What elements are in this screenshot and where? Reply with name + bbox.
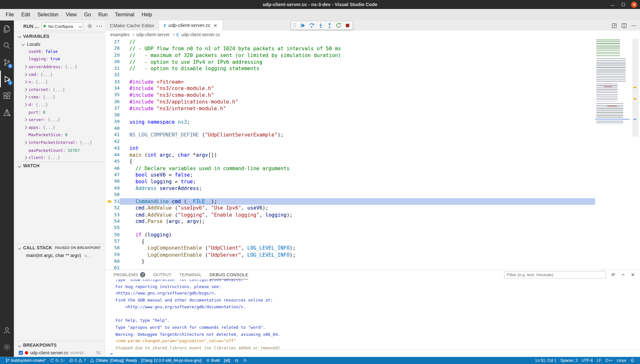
toolbar-drag-handle[interactable] xyxy=(293,23,296,28)
sidebar-item-cmake[interactable] xyxy=(0,104,14,121)
code-line-33[interactable]: 33#include <fstream> xyxy=(105,79,595,85)
variable-row[interactable]: logging:true xyxy=(14,55,105,63)
code-line-57[interactable]: 57 { xyxy=(105,238,595,245)
code-line-55[interactable]: 55 xyxy=(105,225,595,232)
code-line-50[interactable]: 50 xyxy=(105,192,595,198)
sidebar-item-source-control[interactable]: 6 xyxy=(0,54,14,70)
breakpoints-section-header[interactable]: BREAKPOINTS xyxy=(14,341,105,349)
tab-cmake-cache-editor[interactable]: CMake Cache Editor xyxy=(105,21,159,31)
stop-button[interactable] xyxy=(344,22,350,28)
cmake-debug-button[interactable] xyxy=(232,358,241,363)
variable-row[interactable]: useV6:false xyxy=(14,48,105,55)
code-line-28[interactable]: 28// - UDP flow from n0 to n1 of 1024 by… xyxy=(105,46,595,52)
menu-file[interactable]: File xyxy=(2,9,18,21)
debug-console-input[interactable]: > xyxy=(105,350,640,357)
code-line-49[interactable]: 49 Address serverAddress; xyxy=(105,185,595,192)
variable-row[interactable]: d:{...} xyxy=(14,101,105,109)
variable-row[interactable]: client:{...} xyxy=(14,154,105,161)
code-line-39[interactable]: 39using namespace ns3; xyxy=(105,119,595,125)
notifications-button[interactable] xyxy=(628,358,637,363)
code-line-59[interactable]: 59 LogComponentEnable ("UdpServer", LOG_… xyxy=(105,252,595,258)
variable-row[interactable]: maxPacketCount:32767 xyxy=(14,146,105,154)
language-mode-status[interactable]: C++ xyxy=(603,358,615,363)
code-line-32[interactable]: 32 xyxy=(105,72,595,79)
gear-icon[interactable] xyxy=(87,23,93,29)
variable-row[interactable]: MaxPacketSize:0 xyxy=(14,131,105,139)
variables-section-header[interactable]: VARIABLES xyxy=(14,32,105,40)
cmake-kit[interactable]: [Clang 12.0.0 x86_64-pc-linux-gnu] xyxy=(139,358,204,363)
views-more-actions-icon[interactable]: ··· xyxy=(97,24,103,28)
continue-button[interactable] xyxy=(299,22,306,28)
tab-output[interactable]: OUTPUT xyxy=(153,270,172,279)
accounts-button[interactable] xyxy=(0,322,14,338)
step-out-button[interactable] xyxy=(326,22,333,28)
code-line-58[interactable]: 58 LogComponentEnable ("UdpClient", LOG_… xyxy=(105,245,595,252)
console-filter-input[interactable] xyxy=(504,271,606,278)
variable-row[interactable]: n:{...} xyxy=(14,78,105,86)
sidebar-item-search[interactable] xyxy=(0,37,14,54)
breadcrumb-file[interactable]: udp-client-server.cc xyxy=(181,32,220,37)
tab-problems[interactable]: PROBLEMS 7 xyxy=(114,270,146,279)
indentation-status[interactable]: Spaces: 2 xyxy=(558,358,580,363)
call-stack-frame[interactable]: main(int argc, char ** argv) u... xyxy=(14,252,105,259)
code-line-47[interactable]: 47 bool useV6 = false; xyxy=(105,172,595,178)
code-line-60[interactable]: 60 } xyxy=(105,258,595,265)
locals-scope-row[interactable]: Locals xyxy=(14,40,105,48)
code-line-31[interactable]: 31// - option to disable logging stateme… xyxy=(105,65,595,72)
breadcrumb-folder[interactable]: examples xyxy=(110,32,130,37)
code-line-46[interactable]: 46 // Declare variables used in command-… xyxy=(105,165,595,172)
code-line-48[interactable]: 48 bool logging = true; xyxy=(105,178,595,185)
more-actions-icon[interactable] xyxy=(631,23,637,29)
step-over-button[interactable] xyxy=(308,22,315,28)
call-stack-section-header[interactable]: CALL STACK PAUSED ON BREAKPOINT xyxy=(14,244,105,252)
variable-row[interactable]: port:0 xyxy=(14,108,105,116)
console-options-icon[interactable] xyxy=(611,272,616,277)
close-button[interactable] xyxy=(631,1,637,7)
open-changes-icon[interactable] xyxy=(611,23,617,29)
split-editor-icon[interactable] xyxy=(621,23,627,29)
close-panel-icon[interactable] xyxy=(630,272,636,277)
minimap[interactable] xyxy=(595,39,631,269)
watch-section-header[interactable]: WATCH xyxy=(14,161,105,170)
variable-row[interactable]: serverAddress:{...} xyxy=(14,63,105,70)
cmake-launch-button[interactable] xyxy=(240,358,249,363)
menu-run[interactable]: Run xyxy=(95,9,111,21)
menu-help[interactable]: Help xyxy=(138,9,156,21)
manage-button[interactable] xyxy=(0,339,14,355)
code-line-42[interactable]: 42 xyxy=(105,138,595,145)
menu-terminal[interactable]: Terminal xyxy=(111,9,138,21)
cmake-target[interactable]: [all] xyxy=(222,358,232,363)
code-line-52[interactable]: 52 cmd.AddValue ("useIpv6", "Use Ipv6", … xyxy=(105,205,595,212)
tab-udp-client-server[interactable]: C udp-client-server.cc xyxy=(159,21,223,31)
code-line-51[interactable]: 51 CommandLine cmd (__FILE__); xyxy=(105,198,595,205)
git-branch-status[interactable]: buildsystem-cmake* xyxy=(3,358,48,363)
code-line-37[interactable]: 37#include "ns3/internet-module.h" xyxy=(105,105,595,112)
cursor-position-status[interactable]: Ln 51, Col 1 xyxy=(534,358,559,363)
variable-row[interactable]: apps:{...} xyxy=(14,124,105,131)
code-line-61[interactable]: 61 xyxy=(105,265,595,269)
sidebar-item-run-and-debug[interactable]: 1 xyxy=(0,70,14,87)
code-line-34[interactable]: 34#include "ns3/core-module.h" xyxy=(105,85,595,92)
restart-button[interactable] xyxy=(335,22,341,28)
encoding-status[interactable]: UTF-8 xyxy=(580,358,595,363)
cpp-configuration-status[interactable]: Linux xyxy=(615,358,628,363)
tab-debug-console[interactable]: DEBUG CONSOLE xyxy=(210,270,248,279)
problems-status[interactable]: 0 7 xyxy=(67,358,88,363)
variable-row[interactable]: interPacketInterval:{...} xyxy=(14,139,105,146)
variable-row[interactable]: csma:{...} xyxy=(14,93,105,101)
eol-status[interactable]: LF xyxy=(595,358,603,363)
code-line-35[interactable]: 35#include "ns3/csma-module.h" xyxy=(105,92,595,99)
cmake-status[interactable]: CMake: [Debug]: Ready xyxy=(88,358,139,363)
menu-go[interactable]: Go xyxy=(80,9,95,21)
breakpoint-row[interactable]: udp-client-server.cc exampl... 51 xyxy=(14,349,105,357)
code-line-54[interactable]: 54 cmd.Parse (argc, argv); xyxy=(105,218,595,225)
tab-terminal[interactable]: TERMINAL xyxy=(179,270,202,279)
code-line-38[interactable]: 38 xyxy=(105,112,595,119)
code-line-56[interactable]: 56 if (logging) xyxy=(105,232,595,238)
sidebar-item-explorer[interactable] xyxy=(0,21,14,37)
editor-scrollbar[interactable] xyxy=(631,39,640,269)
menu-selection[interactable]: Selection xyxy=(34,9,62,21)
variable-row[interactable]: server:{...} xyxy=(14,116,105,124)
code-line-41[interactable]: 41NS_LOG_COMPONENT_DEFINE ("UdpClientSer… xyxy=(105,132,595,138)
code-line-45[interactable]: 45{ xyxy=(105,158,595,165)
